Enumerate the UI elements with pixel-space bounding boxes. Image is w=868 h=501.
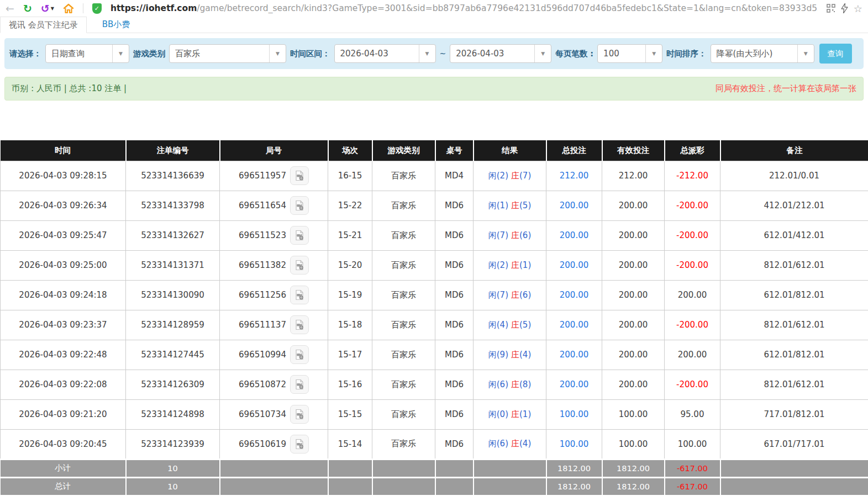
bookmark-star-icon[interactable]: ☆	[854, 3, 862, 14]
address-bar[interactable]: https://iohetf.com/game/betrecord_search…	[111, 3, 818, 13]
video-replay-icon	[294, 319, 305, 330]
cell-round: 696511654	[220, 191, 328, 220]
cell-total-bet[interactable]: 200.00	[546, 310, 602, 340]
cell-bet-id: 523314128959	[126, 310, 220, 340]
chevron-down-icon: ▼	[51, 6, 54, 11]
cell-time: 2026-04-03 09:21:20	[1, 399, 126, 429]
cell-game-type: 百家乐	[372, 161, 435, 191]
header-remark: 备注	[720, 140, 868, 161]
cell-session: 15-22	[328, 191, 372, 220]
undo-button[interactable]: ↺ ▼	[41, 3, 54, 14]
cell-round: 696511523	[220, 220, 328, 250]
tab-bb-tip[interactable]: BB小费	[87, 17, 146, 33]
query-type-select[interactable]: 日期查询 ▼	[45, 44, 129, 63]
cell-table-no: MD6	[435, 310, 474, 340]
qr-code-icon[interactable]	[827, 4, 835, 13]
refresh-icon[interactable]: ↻	[23, 3, 32, 14]
result-banker: 庄	[511, 320, 519, 330]
video-replay-button[interactable]	[290, 256, 309, 275]
back-icon[interactable]: ←	[6, 3, 14, 14]
sort-order-select[interactable]: 降幂(由大到小) ▼	[711, 44, 814, 63]
result-banker-points: (5)	[519, 320, 531, 330]
cell-total-bet[interactable]: 200.00	[546, 280, 602, 310]
video-replay-button[interactable]	[290, 196, 309, 215]
cell-bet-id: 523314127445	[126, 340, 220, 370]
cell-total-bet[interactable]: 200.00	[546, 370, 602, 399]
cell-total-bet[interactable]: 200.00	[546, 340, 602, 370]
chevron-down-icon: ▼	[112, 45, 129, 62]
browser-toolbar: ← ↻ ↺ ▼ ✓ https://iohetf.com/game/betrec…	[0, 0, 868, 17]
chevron-down-icon: ▼	[534, 45, 551, 62]
date-from-value: 2026-04-03	[335, 45, 419, 62]
total-valid-bet: 1812.00	[602, 477, 665, 495]
cell-result: 闲(1)庄(5)	[474, 191, 546, 220]
video-replay-button[interactable]	[290, 315, 309, 334]
game-category-value: 百家乐	[170, 45, 269, 62]
cell-total-bet[interactable]: 212.00	[546, 161, 602, 191]
table-row: 2026-04-03 09:22:08 523314126309 6965108…	[1, 370, 868, 399]
video-replay-button[interactable]	[290, 375, 309, 394]
result-player: 闲(1)	[488, 201, 508, 210]
per-page-select[interactable]: 100 ▼	[597, 44, 662, 63]
result-player: 闲(7)	[488, 230, 508, 240]
round-number: 696510734	[239, 409, 286, 419]
cell-remark: 812.01/612.01	[720, 250, 868, 280]
round-number: 696511256	[239, 290, 286, 300]
tab-video-bet-records[interactable]: 视讯 会员下注纪录	[0, 17, 87, 33]
undo-icon: ↺	[41, 3, 50, 14]
per-page-value: 100	[598, 45, 645, 62]
cell-game-type: 百家乐	[372, 250, 435, 280]
video-replay-button[interactable]	[290, 226, 309, 245]
cell-session: 16-15	[328, 161, 372, 191]
cell-total-bet[interactable]: 200.00	[546, 250, 602, 280]
video-replay-button[interactable]	[290, 345, 309, 364]
video-replay-button[interactable]	[290, 405, 309, 424]
video-replay-button[interactable]	[290, 435, 309, 453]
cell-round: 696511137	[220, 310, 328, 340]
cell-total-bet[interactable]: 200.00	[546, 191, 602, 220]
result-player: 闲(0)	[488, 409, 508, 419]
video-replay-icon	[294, 200, 305, 211]
cell-game-type: 百家乐	[372, 429, 435, 459]
cell-remark: 612.01/812.01	[720, 280, 868, 310]
cell-valid-bet: 212.00	[602, 161, 665, 191]
cell-bet-id: 523314126309	[126, 370, 220, 399]
video-replay-icon	[294, 349, 305, 360]
cell-table-no: MD6	[435, 250, 474, 280]
cell-round: 696511957	[220, 161, 328, 191]
cell-round: 696511382	[220, 250, 328, 280]
cell-payout: -200.00	[665, 191, 720, 220]
url-host: https://iohetf.com	[111, 3, 197, 13]
header-time: 时间	[1, 140, 126, 161]
cell-total-bet[interactable]: 200.00	[546, 220, 602, 250]
home-icon[interactable]	[63, 3, 74, 14]
cell-table-no: MD6	[435, 370, 474, 399]
cell-round: 696510619	[220, 429, 328, 459]
time-range-label: 时间区间：	[290, 49, 330, 59]
cell-total-bet[interactable]: 100.00	[546, 429, 602, 459]
result-player: 闲(6)	[488, 439, 508, 449]
header-session: 场次	[328, 140, 372, 161]
cell-round: 696510872	[220, 370, 328, 399]
subtotal-row: 小计 10 1812.00 1812.00 -617.00	[1, 459, 868, 477]
video-replay-icon	[294, 439, 305, 450]
date-to-select[interactable]: 2026-04-03 ▼	[450, 44, 551, 63]
result-banker-points: (6)	[519, 290, 531, 300]
table-row: 2026-04-03 09:25:47 523314132627 6965115…	[1, 220, 868, 250]
game-category-select[interactable]: 百家乐 ▼	[169, 44, 286, 63]
table-row: 2026-04-03 09:22:48 523314127445 6965109…	[1, 340, 868, 370]
video-replay-button[interactable]	[290, 286, 309, 304]
result-player: 闲(7)	[488, 290, 508, 300]
cell-payout: -212.00	[665, 161, 720, 191]
cell-valid-bet: 100.00	[602, 429, 665, 459]
cell-table-no: MD6	[435, 280, 474, 310]
result-banker: 庄	[511, 230, 519, 240]
cell-result: 闲(6)庄(4)	[474, 429, 546, 459]
cell-total-bet[interactable]: 100.00	[546, 399, 602, 429]
table-row: 2026-04-03 09:23:37 523314128959 6965111…	[1, 310, 868, 340]
video-replay-button[interactable]	[290, 166, 309, 185]
search-button[interactable]: 查询	[819, 44, 852, 64]
table-row: 2026-04-03 09:28:15 523314136639 6965119…	[1, 161, 868, 191]
lightning-icon[interactable]	[841, 3, 848, 13]
date-from-select[interactable]: 2026-04-03 ▼	[334, 44, 436, 63]
